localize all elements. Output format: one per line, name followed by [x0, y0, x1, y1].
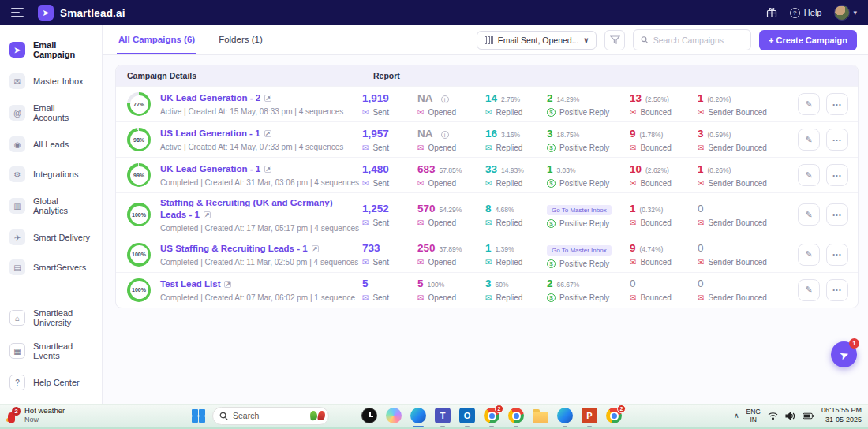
edit-campaign-button[interactable]: ✎	[798, 129, 820, 151]
gift-icon[interactable]	[766, 7, 777, 18]
metric-bounced: 9(1.78%) ✉Bounced	[630, 128, 698, 152]
external-link-icon[interactable]: ↗	[204, 211, 211, 218]
campaign-search[interactable]	[633, 29, 751, 50]
filter-button[interactable]	[604, 30, 625, 50]
copilot-icon[interactable]	[385, 407, 402, 424]
opened-envelope-icon: ✉	[417, 258, 424, 267]
chrome-icon-2[interactable]	[507, 407, 525, 424]
more-options-button[interactable]: •••	[826, 244, 848, 266]
wifi-icon[interactable]	[768, 412, 778, 420]
external-link-icon[interactable]: ↗	[224, 281, 231, 288]
tray-chevron-up-icon[interactable]: ∧	[734, 412, 739, 420]
taskbar-search[interactable]: Search	[212, 407, 329, 425]
table-row: 77% UK Lead Generation - 2↗ Active | Cre…	[116, 86, 858, 121]
external-link-icon[interactable]: ↗	[264, 130, 271, 137]
columns-dropdown[interactable]: Email Sent, Opened... ∨	[477, 31, 597, 50]
chrome-icon[interactable]: 2	[483, 407, 500, 424]
chevron-down-icon: ∨	[583, 36, 589, 44]
bounced-envelope-icon: ✉	[630, 179, 636, 188]
ellipsis-icon: •••	[832, 211, 841, 218]
battery-icon[interactable]	[803, 412, 814, 420]
sidebar-item-all-leads[interactable]: ◉ All Leads	[0, 129, 102, 159]
metric-replied: 360% ✉Replied	[485, 278, 547, 302]
leads-icon: ◉	[9, 136, 25, 152]
sent-envelope-icon: ✉	[362, 293, 369, 302]
progress-ring: 99%	[127, 163, 151, 187]
metric-sender-bounced: 3(0.59%) ✉Sender Bounced	[698, 128, 786, 152]
campaign-name-link[interactable]: UK Lead Generation - 1↗	[160, 163, 350, 175]
powerpoint-icon[interactable]: P	[581, 407, 598, 424]
info-icon[interactable]: i	[441, 131, 449, 139]
edge-browser-icon-active[interactable]	[410, 407, 427, 424]
sidebar-item-smartservers[interactable]: ▤ SmartServers	[0, 252, 102, 282]
language-indicator[interactable]: ENGIN	[746, 408, 761, 423]
opened-envelope-icon: ✉	[417, 179, 424, 188]
tab-folders[interactable]: Folders (1)	[217, 25, 264, 54]
file-explorer-icon[interactable]	[336, 407, 354, 424]
sidebar-item-smart-delivery[interactable]: ✈ Smart Delivery	[0, 222, 102, 252]
go-to-master-inbox-pill[interactable]: Go To Master Inbox	[547, 245, 612, 256]
sidebar-item-master-inbox[interactable]: ✉ Master Inbox	[0, 66, 102, 96]
edit-campaign-button[interactable]: ✎	[798, 164, 820, 186]
search-input[interactable]	[653, 35, 743, 45]
external-link-icon[interactable]: ↗	[312, 245, 319, 252]
outlook-icon[interactable]: O	[458, 407, 476, 424]
campaign-name-link[interactable]: UK Lead Generation - 2↗	[160, 92, 343, 104]
chrome-icon-3[interactable]: 2	[605, 407, 623, 424]
sent-envelope-icon: ✉	[362, 108, 369, 117]
start-button[interactable]	[192, 409, 205, 423]
col-report: Report	[362, 71, 858, 80]
more-options-button[interactable]: •••	[826, 279, 848, 301]
hamburger-menu-icon[interactable]	[11, 8, 24, 17]
sent-envelope-icon: ✉	[362, 258, 369, 267]
info-icon[interactable]: i	[441, 95, 449, 103]
edit-campaign-button[interactable]: ✎	[798, 203, 820, 226]
weather-widget[interactable]: 2 Hot weather Now	[0, 407, 65, 423]
taskbar-clock[interactable]: 06:15:55 PM31-05-2025	[821, 406, 862, 424]
folder-icon[interactable]	[532, 407, 549, 424]
email-icon: @	[9, 105, 25, 121]
metric-opened: 25037.89%i ✉Opened	[417, 242, 485, 267]
help-button[interactable]: ? Help	[790, 8, 822, 18]
edit-campaign-button[interactable]: ✎	[798, 244, 820, 266]
pencil-icon: ✎	[805, 135, 812, 145]
go-to-master-inbox-pill[interactable]: Go To Master Inbox	[547, 205, 612, 215]
campaign-name-link[interactable]: Staffing & Recruiting (UK and Germany) L…	[160, 197, 350, 221]
sidebar-item-smartlead-university[interactable]: ⌂ Smartlead University	[0, 301, 102, 334]
more-options-button[interactable]: •••	[826, 164, 848, 186]
campaign-name-link[interactable]: US Lead Generation - 1↗	[160, 128, 343, 140]
campaign-name-link[interactable]: US Staffing & Recruiting Leads - 1↗	[160, 243, 350, 255]
edit-campaign-button[interactable]: ✎	[798, 93, 820, 115]
pencil-icon: ✎	[805, 285, 812, 295]
tab-all-campaigns[interactable]: All Campaigns (6)	[117, 25, 196, 54]
more-options-button[interactable]: •••	[826, 129, 848, 151]
sidebar-item-integrations[interactable]: ⚙ Integrations	[0, 159, 102, 189]
campaign-name-link[interactable]: Test Lead List↗	[160, 278, 350, 290]
smartlead-logo-icon[interactable]: ➤	[38, 5, 54, 21]
account-menu[interactable]: ▾	[834, 5, 857, 21]
sent-envelope-icon: ✉	[362, 218, 369, 227]
sidebar-item-smartlead-events[interactable]: ▦ Smartlead Events	[0, 334, 102, 367]
external-link-icon[interactable]: ↗	[264, 166, 271, 173]
edge-icon-2[interactable]	[556, 407, 574, 424]
bounced-envelope-icon: ✉	[630, 218, 636, 227]
metric-sent: 1,919 ✉Sent	[362, 92, 417, 117]
edit-campaign-button[interactable]: ✎	[798, 279, 820, 301]
metric-sender-bounced: 1(0.20%) ✉Sender Bounced	[698, 92, 786, 117]
external-link-icon[interactable]: ↗	[264, 95, 271, 102]
campaign-meta: Completed | Created At: 31 Mar, 03:06 pm…	[160, 178, 359, 187]
more-options-button[interactable]: •••	[826, 203, 848, 226]
sidebar-item-help-center[interactable]: ? Help Center	[0, 367, 102, 397]
metric-opened: 5100%i ✉Opened	[417, 278, 485, 302]
volume-icon[interactable]	[785, 412, 795, 420]
sidebar-item-global-analytics[interactable]: ▥ Global Analytics	[0, 189, 102, 222]
create-campaign-button[interactable]: + Create Campaign	[759, 30, 857, 50]
pencil-icon: ✎	[805, 210, 812, 220]
smartlead-chat-button[interactable]: ➤ 1	[831, 341, 857, 367]
clock-app-icon[interactable]	[361, 407, 378, 424]
more-options-button[interactable]: •••	[826, 93, 848, 115]
top-header: ➤ Smartlead.ai ? Help ▾	[0, 0, 868, 25]
teams-icon[interactable]: T	[434, 407, 451, 424]
sidebar-item-email-accounts[interactable]: @ Email Accounts	[0, 96, 102, 129]
sidebar-item-email-campaign[interactable]: ➤ Email Campaign	[0, 33, 102, 66]
